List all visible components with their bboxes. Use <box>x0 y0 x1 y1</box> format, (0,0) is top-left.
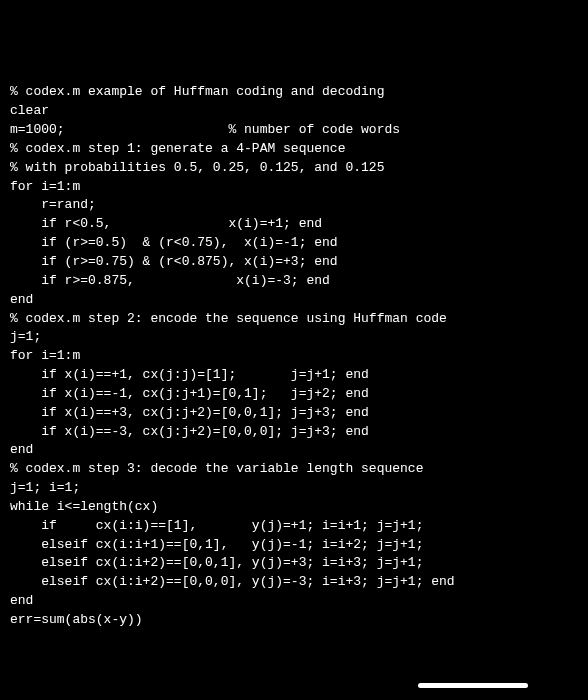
code-line: % codex.m step 1: generate a 4-PAM seque… <box>10 140 578 159</box>
code-line: end <box>10 592 578 611</box>
code-line: j=1; i=1; <box>10 479 578 498</box>
code-line: elseif cx(i:i+2)==[0,0,0], y(j)=-3; i=i+… <box>10 573 578 592</box>
code-line: if x(i)==-3, cx(j:j+2)=[0,0,0]; j=j+3; e… <box>10 423 578 442</box>
code-line: for i=1:m <box>10 347 578 366</box>
code-line: clear <box>10 102 578 121</box>
code-line: if x(i)==-1, cx(j:j+1)=[0,1]; j=j+2; end <box>10 385 578 404</box>
code-line: for i=1:m <box>10 178 578 197</box>
code-block: % codex.m example of Huffman coding and … <box>10 83 578 629</box>
code-line: % codex.m example of Huffman coding and … <box>10 83 578 102</box>
code-line: if x(i)==+3, cx(j:j+2)=[0,0,1]; j=j+3; e… <box>10 404 578 423</box>
code-line: % with probabilities 0.5, 0.25, 0.125, a… <box>10 159 578 178</box>
code-line: end <box>10 441 578 460</box>
code-line: if cx(i:i)==[1], y(j)=+1; i=i+1; j=j+1; <box>10 517 578 536</box>
code-line: if x(i)==+1, cx(j:j)=[1]; j=j+1; end <box>10 366 578 385</box>
code-line: j=1; <box>10 328 578 347</box>
code-line: m=1000; % number of code words <box>10 121 578 140</box>
code-line: if r>=0.875, x(i)=-3; end <box>10 272 578 291</box>
code-line: err=sum(abs(x-y)) <box>10 611 578 630</box>
code-line: if (r>=0.75) & (r<0.875), x(i)=+3; end <box>10 253 578 272</box>
code-line: elseif cx(i:i+2)==[0,0,1], y(j)=+3; i=i+… <box>10 554 578 573</box>
code-line: elseif cx(i:i+1)==[0,1], y(j)=-1; i=i+2;… <box>10 536 578 555</box>
code-line: while i<=length(cx) <box>10 498 578 517</box>
code-line: % codex.m step 3: decode the variable le… <box>10 460 578 479</box>
home-indicator <box>418 683 528 688</box>
code-line: % codex.m step 2: encode the sequence us… <box>10 310 578 329</box>
code-line: if r<0.5, x(i)=+1; end <box>10 215 578 234</box>
code-line: r=rand; <box>10 196 578 215</box>
code-line: end <box>10 291 578 310</box>
code-line: if (r>=0.5) & (r<0.75), x(i)=-1; end <box>10 234 578 253</box>
